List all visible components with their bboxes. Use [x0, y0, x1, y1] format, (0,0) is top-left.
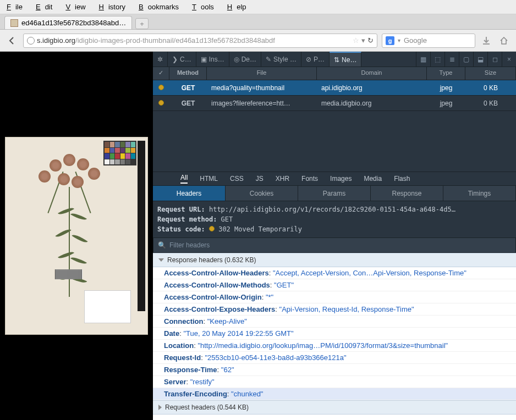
header-value: "Keep-Alive" [207, 317, 247, 325]
request-headers-toggle[interactable]: Request headers (0.544 KB) [153, 400, 516, 415]
twisty-closed-icon [158, 405, 162, 410]
bookmark-star-icon[interactable]: ☆ [353, 36, 359, 45]
network-filter-tabs: All HTML CSS JS XHR Fonts Images Media F… [153, 172, 516, 186]
col-domain[interactable]: Domain [317, 67, 427, 80]
filter-html[interactable]: HTML [200, 175, 218, 183]
new-tab-button[interactable]: + [135, 18, 149, 29]
search-input[interactable]: g ▾ Google [382, 34, 475, 48]
menu-file[interactable]: File [2, 1, 31, 13]
header-row[interactable]: Server: "restify" [153, 376, 516, 388]
globe-icon [27, 37, 35, 45]
cell-file: images?filereference=htt… [207, 97, 317, 109]
col-status[interactable]: ✓ [153, 67, 169, 80]
barcode [55, 269, 83, 279]
scratchpad-icon[interactable]: ▦ [416, 52, 430, 67]
search-icon: 🔍 [158, 241, 166, 249]
detailtab-timings[interactable]: Timings [443, 186, 516, 201]
back-button[interactable] [6, 34, 19, 47]
menu-bookmarks[interactable]: Bookmarks [134, 1, 188, 13]
dropdown-icon[interactable]: ▾ [361, 36, 365, 45]
reload-icon[interactable]: ↻ [367, 36, 374, 45]
close-devtools-icon[interactable]: × [502, 52, 516, 67]
header-row[interactable]: Access-Control-Allow-Headers: "Accept, A… [153, 267, 516, 279]
devtools-tab-console[interactable]: ❯ C… [168, 52, 196, 67]
paint-icon[interactable]: ≣ [444, 52, 459, 67]
cell-type: jpeg [427, 97, 465, 109]
header-value: "Tue, 20 May 2014 19:22:55 GMT" [183, 329, 293, 338]
home-icon[interactable] [497, 34, 510, 47]
filter-all[interactable]: All [180, 174, 188, 184]
filter-fonts[interactable]: Fonts [301, 175, 318, 183]
devtools-tab-style[interactable]: ✎ Style … [261, 52, 301, 67]
header-row[interactable]: Location: "http://media.idigbio.org/look… [153, 340, 516, 352]
cell-method: GET [169, 82, 207, 94]
content-area: ✲ ❯ C… ▣ Ins… ◎ De… ✎ Style … ⊘ P… ⇅ Ne…… [0, 52, 516, 420]
headers-section: Response headers (0.632 KB) Access-Contr… [153, 253, 516, 420]
responsive-icon[interactable]: ⬚ [430, 52, 444, 67]
specimen-image [5, 137, 148, 335]
devtools-tab-debugger[interactable]: ◎ De… [229, 52, 261, 67]
header-row[interactable]: Access-Control-Allow-Origin: "*" [153, 291, 516, 303]
menu-history[interactable]: History [95, 1, 134, 13]
cell-domain: api.idigbio.org [317, 82, 427, 94]
devtools-panel: ✲ ❯ C… ▣ Ins… ◎ De… ✎ Style … ⊘ P… ⇅ Ne…… [153, 52, 516, 420]
col-type[interactable]: Type [427, 67, 465, 80]
header-value: "62" [221, 366, 234, 374]
detailtab-response[interactable]: Response [371, 186, 443, 201]
header-name: Server [164, 378, 186, 386]
devtools-tab-inspector[interactable]: ▣ Ins… [196, 52, 229, 67]
menu-bar: File Edit View History Bookmarks Tools H… [0, 0, 516, 14]
header-value: "chunked" [231, 390, 263, 398]
cell-size: 0 KB [465, 82, 516, 94]
network-table-header: ✓ Method File Domain Type Size [153, 67, 516, 80]
header-name: Response-Time [164, 366, 217, 374]
screenshot-icon[interactable]: ▢ [459, 52, 473, 67]
detailtab-params[interactable]: Params [298, 186, 371, 201]
header-name: Access-Control-Expose-Headers [164, 305, 275, 313]
col-size[interactable]: Size [465, 67, 516, 80]
plant-specimen [28, 154, 110, 302]
menu-tools[interactable]: Tools [188, 1, 223, 13]
filter-headers-input[interactable]: 🔍 Filter headers [153, 237, 516, 253]
filter-css[interactable]: CSS [230, 175, 244, 183]
twisty-open-icon [158, 258, 164, 262]
header-row[interactable]: Request-Id: "2553cb10-e054-11e3-ba8d-a93… [153, 352, 516, 364]
menu-view[interactable]: View [61, 1, 94, 13]
cell-domain: media.idigbio.org [317, 97, 427, 109]
dock-icon[interactable]: ⬓ [473, 52, 487, 67]
header-row[interactable]: Access-Control-Expose-Headers: "Api-Vers… [153, 303, 516, 316]
filter-js[interactable]: JS [256, 175, 264, 183]
col-file[interactable]: File [207, 67, 317, 80]
filter-media[interactable]: Media [364, 175, 382, 183]
status-dot-icon [158, 85, 164, 90]
header-row[interactable]: Date: "Tue, 20 May 2014 19:22:55 GMT" [153, 328, 516, 340]
header-row[interactable]: Transfer-Encoding: "chunked" [153, 388, 516, 400]
popout-icon[interactable]: ◻ [487, 52, 502, 67]
network-row[interactable]: GETimages?filereference=htt…media.idigbi… [153, 96, 516, 111]
col-method[interactable]: Method [169, 67, 207, 80]
status-dot-icon [209, 226, 215, 231]
browser-tab[interactable]: ed46a1d13fe56782bd3848abd… [4, 16, 132, 29]
download-icon[interactable] [480, 34, 493, 47]
filter-flash[interactable]: Flash [394, 175, 410, 183]
header-name: Access-Control-Allow-Origin [164, 293, 262, 301]
devtools-tab-profiler[interactable]: ⊘ P… [301, 52, 330, 67]
detailtab-cookies[interactable]: Cookies [226, 186, 298, 201]
search-placeholder: Google [404, 36, 427, 45]
devtools-options-icon[interactable]: ✲ [153, 52, 168, 67]
devtools-tab-network[interactable]: ⇅ Ne… [330, 52, 361, 67]
url-input[interactable]: s.idigbio.org/idigbio-images-prod-thumbn… [23, 34, 377, 48]
menu-edit[interactable]: Edit [31, 1, 61, 13]
header-value: "*" [266, 293, 273, 301]
header-row[interactable]: Response-Time: "62" [153, 364, 516, 376]
detailtab-headers[interactable]: Headers [153, 186, 226, 201]
menu-help[interactable]: Help [223, 1, 255, 13]
cell-size: 0 KB [465, 97, 516, 109]
filter-images[interactable]: Images [330, 175, 352, 183]
header-row[interactable]: Access-Control-Allow-Methods: "GET" [153, 279, 516, 291]
response-headers-toggle[interactable]: Response headers (0.632 KB) [153, 253, 516, 267]
header-row[interactable]: Connection: "Keep-Alive" [153, 316, 516, 328]
filter-xhr[interactable]: XHR [276, 175, 289, 183]
network-row[interactable]: GETmedia?quality=thumbnailapi.idigbio.or… [153, 80, 516, 96]
header-value: "2553cb10-e054-11e3-ba8d-a93b366e121a" [205, 353, 346, 362]
